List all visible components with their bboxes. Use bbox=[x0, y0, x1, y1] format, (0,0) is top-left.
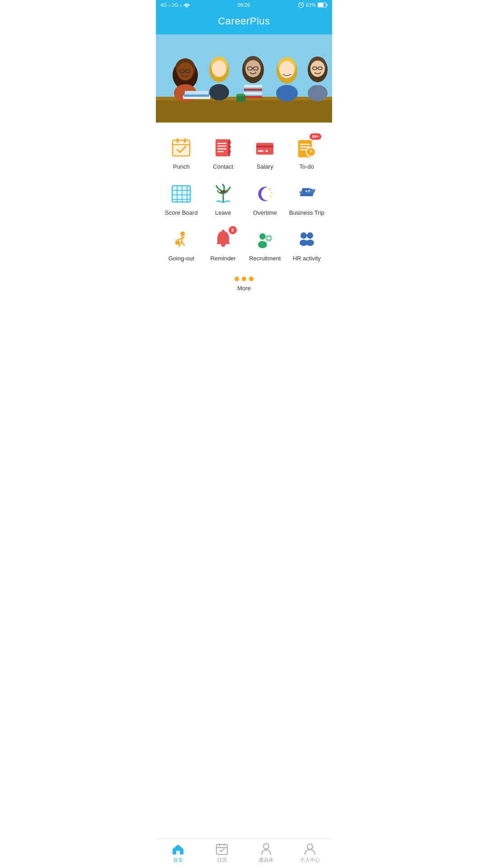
svg-rect-55 bbox=[217, 146, 226, 147]
recruitment-icon bbox=[253, 228, 277, 251]
overtime-icon bbox=[253, 182, 277, 206]
svg-point-104 bbox=[300, 232, 307, 239]
svg-line-95 bbox=[182, 242, 184, 245]
reminder-label: Reminder bbox=[211, 255, 236, 262]
overtime-label: Overtime bbox=[253, 209, 277, 217]
svg-point-89 bbox=[308, 190, 310, 192]
contact-label: Contact bbox=[213, 163, 233, 170]
svg-rect-68 bbox=[300, 144, 310, 145]
menu-item-overtime[interactable]: Overtime bbox=[244, 178, 286, 224]
svg-point-99 bbox=[259, 233, 266, 240]
hr-activity-icon bbox=[295, 228, 319, 251]
menu-item-leave[interactable]: Leave bbox=[202, 178, 244, 224]
svg-rect-54 bbox=[217, 143, 226, 144]
svg-point-19 bbox=[212, 61, 226, 77]
svg-line-91 bbox=[182, 236, 183, 242]
menu-item-contact[interactable]: Contact bbox=[202, 132, 244, 178]
leave-label: Leave bbox=[215, 209, 231, 217]
battery-icon bbox=[318, 2, 328, 8]
banner-svg bbox=[156, 34, 332, 123]
menu-item-salary[interactable]: Salary bbox=[244, 132, 286, 178]
more-dot-2 bbox=[242, 277, 246, 281]
todo-icon: 99+ bbox=[295, 136, 319, 160]
scoreboard-label: Score Board bbox=[165, 209, 197, 217]
svg-rect-30 bbox=[244, 96, 262, 98]
svg-rect-44 bbox=[185, 91, 208, 94]
signal-text: 4G ᵢₗ 2G ᵢₗ bbox=[160, 2, 182, 8]
leave-icon bbox=[211, 182, 235, 206]
svg-rect-57 bbox=[217, 151, 224, 152]
reminder-icon: 8 bbox=[211, 228, 235, 251]
todo-label: To-do bbox=[299, 163, 314, 170]
banner-image bbox=[156, 34, 332, 123]
menu-item-recruitment[interactable]: Recruitment bbox=[244, 223, 286, 269]
recruitment-label: Recruitment bbox=[249, 255, 281, 262]
svg-point-34 bbox=[276, 85, 298, 101]
svg-rect-97 bbox=[176, 240, 179, 241]
menu-item-punch[interactable]: Punch bbox=[160, 132, 202, 178]
menu-item-hr-activity[interactable]: HR activity bbox=[286, 223, 328, 269]
signal-info: 4G ᵢₗ 2G ᵢₗ bbox=[160, 2, 190, 8]
svg-rect-47 bbox=[173, 140, 190, 156]
svg-rect-69 bbox=[300, 146, 310, 148]
system-status: 63% bbox=[298, 2, 328, 8]
svg-rect-6 bbox=[327, 4, 328, 6]
contact-icon bbox=[211, 136, 235, 160]
more-label: More bbox=[237, 285, 251, 292]
punch-icon bbox=[169, 136, 193, 160]
svg-rect-49 bbox=[177, 138, 178, 143]
hr-activity-label: HR activity bbox=[293, 255, 321, 262]
svg-point-107 bbox=[306, 240, 314, 246]
svg-point-90 bbox=[180, 231, 185, 236]
svg-rect-28 bbox=[244, 89, 262, 91]
menu-item-reminder[interactable]: 8 Reminder bbox=[202, 223, 244, 269]
svg-point-98 bbox=[222, 230, 225, 232]
wifi-icon bbox=[183, 2, 190, 8]
menu-item-going-out[interactable]: Going-out bbox=[160, 223, 202, 269]
going-out-icon bbox=[169, 228, 193, 251]
salary-icon bbox=[253, 136, 277, 160]
menu-item-todo[interactable]: 99+ To-do bbox=[286, 132, 328, 178]
svg-rect-29 bbox=[244, 92, 262, 94]
svg-rect-52 bbox=[216, 139, 228, 156]
svg-point-87 bbox=[270, 195, 272, 197]
svg-point-106 bbox=[307, 232, 313, 239]
svg-point-88 bbox=[305, 190, 307, 192]
svg-rect-65 bbox=[265, 150, 268, 152]
svg-rect-61 bbox=[228, 139, 230, 156]
svg-rect-27 bbox=[244, 85, 262, 87]
salary-label: Salary bbox=[257, 163, 273, 170]
menu-item-scoreboard[interactable]: Score Board bbox=[160, 178, 202, 224]
svg-point-46 bbox=[236, 94, 245, 96]
reminder-badge: 8 bbox=[229, 226, 237, 234]
svg-rect-50 bbox=[184, 138, 186, 143]
scoreboard-icon bbox=[169, 182, 193, 206]
business-trip-icon bbox=[295, 182, 319, 206]
svg-point-20 bbox=[209, 84, 229, 100]
battery-text: 63% bbox=[306, 2, 316, 8]
business-trip-label: Business Trip bbox=[289, 209, 324, 217]
svg-rect-62 bbox=[256, 143, 273, 155]
svg-point-0 bbox=[186, 7, 187, 8]
svg-rect-56 bbox=[217, 148, 226, 150]
more-item[interactable]: More bbox=[156, 269, 332, 297]
svg-point-41 bbox=[308, 85, 328, 101]
svg-rect-5 bbox=[318, 3, 324, 7]
going-out-label: Going-out bbox=[169, 255, 194, 262]
svg-point-84 bbox=[223, 190, 225, 193]
svg-point-100 bbox=[258, 241, 267, 248]
svg-rect-63 bbox=[256, 146, 273, 147]
more-dot-3 bbox=[249, 277, 253, 281]
menu-item-business-trip[interactable]: Business Trip bbox=[286, 178, 328, 224]
time-display: 09:26 bbox=[238, 2, 250, 8]
todo-badge: 99+ bbox=[310, 133, 321, 140]
status-bar: 4G ᵢₗ 2G ᵢₗ 09:26 63% bbox=[156, 0, 332, 10]
more-dot-1 bbox=[235, 277, 239, 281]
svg-point-85 bbox=[269, 188, 271, 190]
svg-point-86 bbox=[271, 192, 272, 193]
svg-rect-70 bbox=[300, 149, 307, 151]
app-header: CareerPlus bbox=[156, 10, 332, 34]
menu-grid: Punch Contact bbox=[156, 123, 332, 269]
app-title: CareerPlus bbox=[218, 15, 270, 27]
punch-label: Punch bbox=[173, 163, 190, 170]
